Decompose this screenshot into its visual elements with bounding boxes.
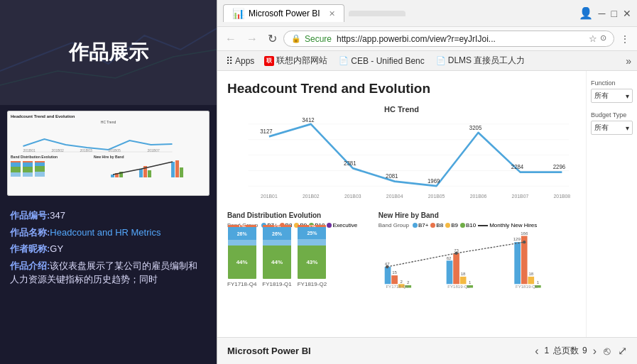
svg-text:129: 129 xyxy=(513,236,521,241)
hc-trend-section: HC Trend xyxy=(227,105,576,202)
secure-label: Secure xyxy=(305,34,332,44)
svg-text:201B03: 201B03 xyxy=(344,192,361,199)
svg-text:166: 166 xyxy=(521,231,528,236)
author-nick-label: 作者昵称: xyxy=(10,243,50,254)
lenovo-favicon: 联 xyxy=(264,56,274,66)
bar1-seg-3 xyxy=(228,240,256,246)
band-dist-title: Band Distribution Evolution xyxy=(227,211,369,219)
svg-text:1: 1 xyxy=(469,280,472,285)
new-hire-chart-svg: FY1718-Q4 47 15 2 2 FY1819-Q1 xyxy=(379,231,576,293)
budget-type-dropdown[interactable]: 所有 ▾ xyxy=(591,121,633,135)
inactive-tab[interactable] xyxy=(349,11,405,16)
current-page: 1 xyxy=(545,346,550,355)
svg-text:201B06: 201B06 xyxy=(470,192,487,199)
new-hire-legend-label: Band Group xyxy=(379,222,409,228)
svg-rect-46 xyxy=(453,253,459,284)
pbi-body: Headcount Trend and Evolution HC Trend xyxy=(217,71,586,337)
minimize-btn[interactable]: ─ xyxy=(599,8,606,19)
bar2-seg-2: 26% xyxy=(263,227,291,240)
legend-exec: Executive xyxy=(327,222,357,228)
bookmark-dlms[interactable]: 📄 DLMS 直接员工人力 xyxy=(432,53,530,68)
footer-actions: ⎋ ⤢ xyxy=(604,344,627,358)
lenovo-label: 联想内部网站 xyxy=(276,55,327,67)
budget-type-label: Budget Type xyxy=(591,111,633,118)
address-bar[interactable]: 🔒 Secure https://app.powerbi.com/view?r=… xyxy=(283,31,614,47)
tab-close-btn[interactable]: ✕ xyxy=(329,9,335,18)
share-btn[interactable]: ⎋ xyxy=(604,345,611,358)
fullscreen-btn[interactable]: ⤢ xyxy=(618,344,627,358)
total-pages: 9 xyxy=(582,346,587,355)
svg-rect-14 xyxy=(180,167,183,177)
svg-text:201B02: 201B02 xyxy=(303,192,320,199)
author-nick-value: GY xyxy=(50,243,63,254)
band-dist-section: Band Distribution Evolution Band Group B… xyxy=(227,211,369,293)
preview-chart-title: Headcount Trend and Evolution xyxy=(11,114,206,118)
bar2-seg-3 xyxy=(263,240,291,246)
maximize-btn[interactable]: □ xyxy=(611,8,617,19)
new-hire-chart-container: FY1718-Q4 47 15 2 2 FY1819-Q1 xyxy=(379,231,576,293)
footer-nav: ‹ 1 总页数 9 › xyxy=(535,345,597,358)
active-tab-label: Microsoft Power BI xyxy=(249,9,320,18)
prev-page-btn[interactable]: ‹ xyxy=(535,345,538,358)
bar3-label: FY1819-Q2 xyxy=(298,281,327,287)
user-icon[interactable]: 👤 xyxy=(579,6,593,20)
bar1-seg-4: 44% xyxy=(228,246,256,279)
pbi-footer: Microsoft Power BI ‹ 1 总页数 9 › ⎋ ⤢ xyxy=(217,337,637,364)
function-label: Function xyxy=(591,79,633,87)
powerbi-content: Headcount Trend and Evolution HC Trend xyxy=(217,71,637,364)
svg-text:201B07: 201B07 xyxy=(148,148,160,153)
svg-text:1969: 1969 xyxy=(428,177,440,184)
bookmark-ceb[interactable]: 📄 CEB - Unified Benc xyxy=(334,55,428,67)
function-chevron-icon: ▾ xyxy=(626,92,629,100)
svg-text:2381: 2381 xyxy=(344,159,356,167)
address-url: https://app.powerbi.com/view?r=eyJrIJoi.… xyxy=(337,34,496,44)
nh-legend-b9: B9 xyxy=(445,222,458,228)
svg-point-65 xyxy=(523,241,526,243)
svg-text:201B03: 201B03 xyxy=(80,148,92,153)
bookmarks-more-btn[interactable]: » xyxy=(626,55,631,67)
next-page-btn[interactable]: › xyxy=(593,345,597,358)
new-hire-title: New Hire by Band xyxy=(379,211,576,219)
browser-titlebar: 📊 Microsoft Power BI ✕ 👤 ─ □ ✕ xyxy=(217,0,637,27)
apps-bookmark[interactable]: ⠿ Apps xyxy=(223,54,257,68)
hc-trend-chart: 3127 3412 2381 2081 1969 3205 2284 2296 … xyxy=(227,116,576,202)
close-btn[interactable]: ✕ xyxy=(623,8,631,19)
svg-text:2284: 2284 xyxy=(511,163,524,171)
svg-text:201B07: 201B07 xyxy=(512,192,529,199)
total-pages-label: 总页数 xyxy=(553,346,579,355)
function-value: 所有 xyxy=(594,91,609,101)
refresh-btn[interactable]: ↻ xyxy=(264,31,281,47)
active-tab[interactable]: 📊 Microsoft Power BI ✕ xyxy=(223,4,344,22)
svg-rect-45 xyxy=(446,260,452,284)
work-name-value: Headcount and HR Metrics xyxy=(50,227,160,238)
forward-btn[interactable]: → xyxy=(243,31,261,47)
legend-exec-label: Executive xyxy=(332,222,357,228)
svg-text:201B08: 201B08 xyxy=(554,192,571,199)
bookmarks-bar: ⠿ Apps 联 联想内部网站 📄 CEB - Unified Benc 📄 D… xyxy=(217,51,637,71)
ceb-favicon: 📄 xyxy=(339,56,349,66)
bookmark-star-btn[interactable]: ☆ xyxy=(589,33,597,44)
lens-icon[interactable]: ⊙ xyxy=(600,33,606,44)
svg-rect-6 xyxy=(111,175,114,177)
back-btn[interactable]: ← xyxy=(222,31,240,47)
new-hire-section: New Hire by Band Band Group B7+ B8 B9 B1… xyxy=(379,211,576,293)
svg-point-64 xyxy=(454,252,457,255)
new-hire-legend: Band Group B7+ B8 B9 B10 Monthly New Hir… xyxy=(379,222,576,228)
browser-panel: 📊 Microsoft Power BI ✕ 👤 ─ □ ✕ ← → ↻ 🔒 S… xyxy=(217,0,637,364)
browser-menu-btn[interactable]: ⋮ xyxy=(617,33,633,45)
nh-legend-b10: B10 xyxy=(460,222,476,228)
svg-text:201B02: 201B02 xyxy=(52,148,64,153)
svg-text:FY1718-Q4: FY1718-Q4 xyxy=(386,284,408,289)
work-desc-line: 作品介绍:该仪表盘展示了某公司的雇员编制和人力资源关键指标的历史趋势；同时 xyxy=(10,259,207,287)
nh-legend-b8: B8 xyxy=(430,222,443,228)
stacked-bar-2: 1% 26% 44% FY1819-Q1 xyxy=(262,225,291,287)
svg-point-63 xyxy=(386,265,388,268)
top-banner: 作品展示 xyxy=(0,0,217,105)
apps-label: Apps xyxy=(235,56,254,66)
svg-rect-54 xyxy=(514,242,521,284)
bar3-seg-3 xyxy=(298,239,326,246)
bookmark-lenovo[interactable]: 联 联想内部网站 xyxy=(260,53,332,68)
svg-rect-9 xyxy=(139,169,143,177)
function-dropdown[interactable]: 所有 ▾ xyxy=(591,89,633,103)
svg-text:FY1819-Q2: FY1819-Q2 xyxy=(516,284,538,289)
